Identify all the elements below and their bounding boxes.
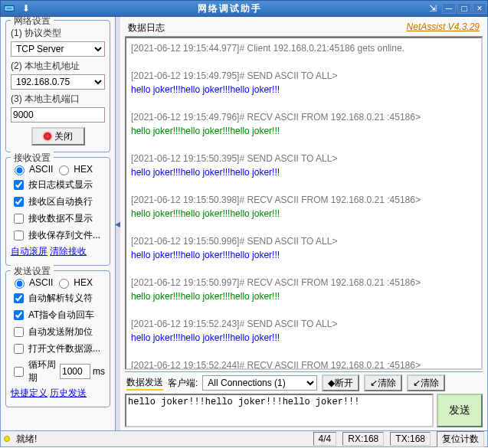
reset-count-button[interactable]: 复位计数 (437, 431, 484, 447)
status-rx: RX:168 (342, 432, 384, 446)
client-label: 客户端: (168, 377, 198, 390)
loop-period-input[interactable] (60, 364, 90, 379)
clear-r-button[interactable]: ↙ 清除 (407, 374, 445, 391)
open-file-check[interactable]: 打开文件数据源... (11, 342, 105, 356)
status-ready: 就绪! (16, 433, 37, 446)
maximize-button[interactable]: □ (457, 3, 471, 14)
group-title: 发送设置 (11, 265, 54, 278)
connection-select[interactable]: All Connections (1) (202, 375, 317, 391)
send-ascii-radio[interactable]: ASCII (11, 276, 53, 289)
recv-ascii-radio[interactable]: ASCII (11, 163, 53, 175)
loop-period-check[interactable]: 循环周期 (11, 358, 57, 384)
host-select[interactable]: 192.168.0.75 (11, 74, 105, 90)
recv-hex-radio[interactable]: HEX (55, 163, 93, 175)
network-settings-group: 网络设置 (1) 协议类型 TCP Server (2) 本地主机地址 192.… (5, 20, 110, 152)
port-label: (3) 本地主机端口 (11, 93, 105, 106)
title-bar: ⬇ 网络调试助手 ⇲ ─ □ × (0, 0, 488, 17)
log-area[interactable]: [2021-06-12 19:15:44.977]# Client 192.16… (125, 37, 483, 370)
host-label: (2) 本地主机地址 (11, 60, 105, 73)
group-title: 接收设置 (11, 152, 54, 165)
clear-recv-link[interactable]: 清除接收 (50, 245, 87, 258)
auto-scroll-link[interactable]: 自动滚屏 (11, 245, 47, 258)
status-light-icon (4, 436, 10, 442)
send-settings-group: 发送设置 ASCII HEX 自动解析转义符 AT指令自动回车 自动发送附加位 … (5, 270, 110, 407)
send-button[interactable]: 发送 (437, 394, 483, 427)
close-connection-button[interactable]: 关闭 (31, 127, 85, 146)
quick-def-link[interactable]: 快捷定义 (11, 387, 47, 400)
close-window-button[interactable]: × (473, 3, 486, 14)
log-title: 数据日志 (128, 21, 165, 34)
no-display-check[interactable]: 接收数据不显示 (11, 211, 105, 226)
send-hex-radio[interactable]: HEX (55, 276, 93, 289)
pin-icon[interactable]: ⬇ (19, 3, 33, 14)
send-textarea[interactable] (125, 394, 434, 427)
clear-l-button[interactable]: ↙ 清除 (364, 374, 402, 391)
close-button-label: 关闭 (54, 130, 73, 143)
status-bar: 就绪! 4/4 RX:168 TX:168 复位计数 (0, 430, 488, 447)
status-dot-icon (44, 132, 51, 140)
protocol-label: (1) 协议类型 (11, 27, 105, 40)
collapse-icon[interactable]: ⇲ (426, 3, 440, 14)
protocol-select[interactable]: TCP Server (11, 41, 105, 57)
app-icon (2, 3, 16, 14)
auto-escape-check[interactable]: 自动解析转义符 (11, 291, 105, 306)
group-title: 网络设置 (11, 17, 54, 28)
auto-extra-check[interactable]: 自动发送附加位 (11, 325, 105, 339)
status-count: 4/4 (313, 432, 337, 446)
minimize-button[interactable]: ─ (442, 3, 456, 14)
version-link[interactable]: NetAssist V4.3.29 (407, 21, 480, 34)
auto-wrap-check[interactable]: 接收区自动换行 (11, 195, 105, 209)
disconnect-button[interactable]: ◆ 断开 (322, 374, 359, 391)
receive-settings-group: 接收设置 ASCII HEX 按日志模式显示 接收区自动换行 接收数据不显示 接… (5, 157, 110, 266)
loop-unit-label: ms (93, 366, 105, 377)
at-cr-check[interactable]: AT指令自动回车 (11, 308, 105, 322)
window-title: 网络调试助手 (34, 2, 424, 15)
log-mode-check[interactable]: 按日志模式显示 (11, 178, 105, 192)
status-tx: TX:168 (390, 432, 431, 446)
tab-data-send[interactable]: 数据发送 (126, 376, 163, 391)
history-send-link[interactable]: 历史发送 (50, 387, 87, 400)
port-input[interactable] (11, 107, 105, 123)
save-file-check[interactable]: 接收保存到文件... (11, 228, 105, 243)
